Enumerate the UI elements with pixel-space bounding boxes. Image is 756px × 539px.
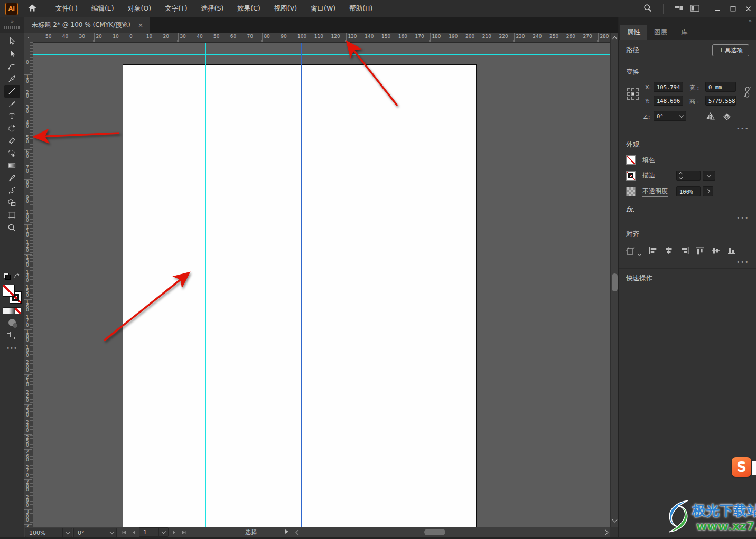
ruler-origin-corner[interactable] [24,33,33,43]
rotation-dropdown[interactable] [107,528,116,537]
stroke-label[interactable]: 描边 [642,171,655,181]
vertical-scroll-thumb[interactable] [612,273,618,291]
document-tab[interactable]: 未标题-2* @ 100 % (CMYK/预览) × [24,17,150,33]
zoom-level-dropdown[interactable] [62,528,72,537]
stepper-arrows[interactable] [677,171,685,180]
panel-collapse-icon[interactable]: » [749,18,751,24]
default-fill-stroke-icon[interactable] [4,273,11,280]
horizontal-scrollbar[interactable] [293,527,610,537]
gradient-button[interactable] [9,308,15,314]
fill-swatch-none[interactable] [3,285,15,297]
last-artboard-button[interactable] [180,528,189,536]
panel-tab[interactable]: 库 [674,25,695,40]
menu-item[interactable]: 对象(O) [128,4,152,13]
constrain-proportions-icon[interactable] [743,86,751,101]
align-bottom-button[interactable] [727,246,737,256]
next-artboard-button[interactable] [170,528,179,536]
horizontal-scroll-thumb[interactable] [424,529,445,535]
type-tool[interactable] [4,110,20,122]
close-window-button[interactable] [741,2,756,16]
align-more-options[interactable]: ••• [736,259,749,266]
flip-vertical-icon[interactable] [723,112,731,122]
edit-toolbar-button[interactable]: ••• [6,345,17,351]
vertical-guide[interactable] [301,42,302,527]
stroke-dropdown-button[interactable] [703,171,715,180]
flip-horizontal-icon[interactable] [705,112,715,122]
symbol-sprayer-tool[interactable] [4,184,20,197]
direct-selection-tool[interactable] [4,48,20,61]
toolbar-grip[interactable] [4,26,21,29]
align-h-center-button[interactable] [664,246,674,256]
artboard[interactable] [123,65,476,527]
menu-item[interactable]: 效果(C) [237,4,260,13]
previous-artboard-button[interactable] [129,528,138,536]
scroll-left-icon[interactable] [296,530,301,535]
panel-toggle-button[interactable] [687,2,703,16]
align-v-center-button[interactable] [711,246,721,256]
vertical-guide[interactable] [205,42,206,527]
horizontal-ruler[interactable]: 5040302010010203040506070809010011012013… [33,33,610,43]
y-input[interactable]: 148.696 [654,96,683,106]
align-right-button[interactable] [679,246,689,256]
transform-more-options[interactable]: ••• [736,125,749,132]
paintbrush-tool[interactable] [4,98,20,110]
stroke-color-swatch[interactable] [626,171,636,181]
color-button[interactable] [3,308,9,314]
horizontal-guide[interactable] [33,193,610,193]
vertical-scrollbar[interactable] [610,33,619,527]
line-segment-tool[interactable] [4,85,20,98]
rotation-angle-combo[interactable]: 0° [654,111,686,121]
screen-mode-button[interactable] [7,332,17,339]
panel-tab[interactable]: 图层 [647,25,674,40]
scroll-up-icon[interactable] [612,36,618,42]
menu-item[interactable]: 文件(F) [55,4,78,13]
tool-options-button[interactable]: 工具选项 [712,44,749,56]
fx-button[interactable]: fx. [626,205,749,213]
menu-item[interactable]: 选择(S) [201,4,224,13]
rotation-combo[interactable]: 0° [73,528,117,537]
lasso-tool[interactable] [4,147,20,160]
panel-tab[interactable]: 属性 [620,25,647,40]
vertical-ruler[interactable]: 01 02 03 04 05 06 07 08 09 01 0 01 1 01 … [24,42,33,527]
horizontal-guide[interactable] [33,54,610,55]
opacity-options-button[interactable] [703,186,713,196]
canvas[interactable] [33,42,610,527]
maximize-button[interactable] [725,2,741,16]
menu-item[interactable]: 文字(T) [165,4,187,13]
curvature-tool[interactable] [4,60,20,73]
zoom-level-combo[interactable]: 100% [25,528,72,537]
zoom-tool[interactable] [4,222,20,234]
home-button[interactable] [24,2,40,16]
pen-tool[interactable] [4,73,20,86]
reference-point-selector[interactable] [627,88,639,100]
shape-builder-tool[interactable] [4,197,20,210]
appearance-more-options[interactable]: ••• [736,214,749,221]
menu-item[interactable]: 窗口(W) [311,4,335,13]
workspace-switcher-button[interactable] [671,2,687,16]
stroke-weight-dropdown[interactable] [703,171,715,181]
menu-item[interactable]: 帮助(H) [349,4,372,13]
opacity-swatch[interactable] [626,187,636,196]
align-to-selector[interactable] [626,247,641,256]
eyedropper-tool[interactable] [4,172,20,185]
drawing-modes-button[interactable] [8,319,16,326]
selection-tool[interactable] [4,35,20,48]
gradient-tool[interactable] [4,159,20,172]
rotate-tool[interactable] [4,122,20,135]
eraser-tool[interactable] [4,135,20,147]
minimize-button[interactable] [710,2,725,16]
opacity-expand[interactable] [703,187,713,196]
document-tab-close-icon[interactable]: × [138,22,143,29]
status-expand-icon[interactable] [285,529,289,536]
scroll-right-icon[interactable] [603,530,609,535]
search-button[interactable] [640,2,656,16]
opacity-label[interactable]: 不透明度 [642,187,668,197]
x-input[interactable]: 105.794 [654,82,683,92]
fill-stroke-indicator[interactable] [3,285,22,304]
fill-color-swatch[interactable] [626,155,636,165]
toolbar-collapse-icon[interactable]: » [11,18,13,24]
first-artboard-button[interactable] [119,528,128,536]
menu-item[interactable]: 编辑(E) [91,4,114,13]
height-input[interactable]: 5779.558 [705,96,736,106]
align-left-button[interactable] [648,246,658,256]
